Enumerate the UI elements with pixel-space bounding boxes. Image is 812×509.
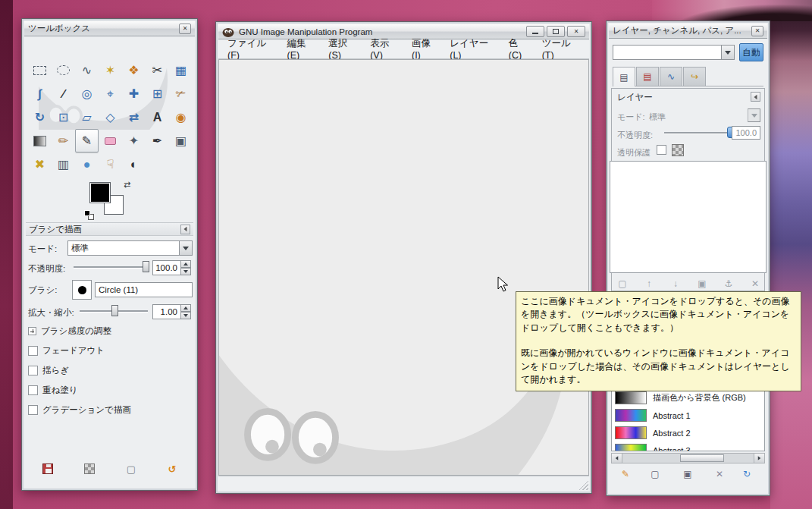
scale-spinner[interactable]: 1.00 <box>152 304 191 319</box>
opacity-spin-buttons[interactable] <box>181 260 191 275</box>
tab-paths[interactable]: ∿ <box>660 67 682 86</box>
measure-tool[interactable]: ⌖ <box>99 82 122 105</box>
scissors-select-tool[interactable]: ✂ <box>146 58 169 82</box>
empty-image-canvas[interactable] <box>218 59 589 476</box>
delete-gradient-button[interactable]: ✕ <box>713 467 726 481</box>
pencil-tool[interactable]: ✏ <box>52 129 75 152</box>
tab-channels[interactable]: ▤ <box>636 67 659 86</box>
layers-close-button[interactable]: ✕ <box>751 26 763 36</box>
layers-list[interactable] <box>610 161 767 273</box>
gradient-row-abstract-2[interactable]: Abstract 2 <box>612 424 764 441</box>
gradient-row-abstract-1[interactable]: Abstract 1 <box>612 407 764 424</box>
spin-down-button[interactable] <box>181 268 191 275</box>
edit-gradient-button[interactable]: ✎ <box>619 467 632 481</box>
gradients-hscrollbar[interactable] <box>611 453 765 463</box>
zoom-tool[interactable]: ◎ <box>75 82 99 105</box>
perspective-tool[interactable]: ◇ <box>99 105 122 129</box>
opacity-slider-handle[interactable] <box>143 261 149 272</box>
paintbrush-tool[interactable]: ✎ <box>75 129 99 152</box>
scroll-thumb[interactable] <box>680 454 724 462</box>
brush-sensitivity-expander[interactable]: ブラシ感度の調整 <box>28 325 111 337</box>
jitter-checkbox[interactable] <box>28 366 38 375</box>
perspective-clone-tool[interactable]: ▥ <box>52 152 75 176</box>
opacity-slider[interactable] <box>74 260 149 274</box>
toolbox-close-button[interactable]: ✕ <box>179 24 191 34</box>
dodge-burn-tool[interactable]: ◐ <box>122 152 146 176</box>
crop-tool[interactable]: ✃ <box>169 82 193 105</box>
tool-options-collapse-button[interactable] <box>180 225 190 234</box>
mode-combobox[interactable]: 標準 <box>67 240 193 256</box>
mode-dropdown-button[interactable] <box>180 240 193 256</box>
flip-tool[interactable]: ⇄ <box>122 105 146 129</box>
delete-tool-options-button[interactable]: ▢ <box>125 463 137 475</box>
save-tool-options-button[interactable] <box>42 463 54 475</box>
opacity-spinner[interactable]: 100.0 <box>152 260 191 275</box>
fade-out-checkbox[interactable] <box>28 346 38 356</box>
lock-alpha-checkbox[interactable] <box>657 145 666 155</box>
resize-grip[interactable] <box>578 480 588 490</box>
layer-mode-dropdown-button[interactable] <box>748 108 760 122</box>
clone-tool[interactable]: ▣ <box>169 129 193 152</box>
foreground-select-tool[interactable]: ▦ <box>169 58 193 82</box>
duplicate-layer-button[interactable]: ▣ <box>695 277 709 291</box>
brush-preview-button[interactable] <box>72 280 92 300</box>
tab-layers[interactable]: ▤ <box>613 67 635 86</box>
use-gradient-checkbox[interactable] <box>28 405 38 415</box>
scroll-right-button[interactable] <box>754 454 764 463</box>
lower-layer-button[interactable]: ↓ <box>669 277 682 291</box>
gradient-row-fg-to-bg[interactable]: 描画色から背景色 (RGB) <box>612 389 764 407</box>
scale-slider-handle[interactable] <box>111 305 118 316</box>
swap-colors-icon[interactable]: ⇄ <box>124 180 130 190</box>
use-gradient-option[interactable]: グラデーションで描画 <box>28 404 131 416</box>
layers-titlebar[interactable]: レイヤー, チャンネル, パス, ア... ✕ <box>609 24 767 39</box>
free-select-tool[interactable]: ∿ <box>75 58 99 82</box>
restore-tool-options-button[interactable] <box>83 463 96 475</box>
text-tool[interactable]: A <box>146 105 169 129</box>
rotate-tool[interactable]: ↻ <box>28 105 52 129</box>
delete-layer-button[interactable]: ✕ <box>748 277 762 291</box>
blur-sharpen-tool[interactable]: ● <box>75 152 99 176</box>
image-combobox[interactable] <box>613 45 735 60</box>
layers-menu-button[interactable] <box>751 92 760 102</box>
bucket-fill-tool[interactable]: ◉ <box>169 105 193 129</box>
shear-tool[interactable]: ▱ <box>75 105 99 129</box>
tab-document-history[interactable]: ↪ <box>683 67 706 86</box>
fuzzy-select-tool[interactable]: ✶ <box>99 58 122 82</box>
eraser-tool[interactable] <box>99 129 122 152</box>
ellipse-select-tool[interactable] <box>52 58 75 82</box>
image-dropdown-button[interactable] <box>722 45 735 60</box>
gradient-row-abstract-3[interactable]: Abstract 3 <box>612 441 764 451</box>
heal-tool[interactable]: ✖ <box>28 152 52 176</box>
incremental-option[interactable]: 重ね塗り <box>28 385 78 396</box>
layer-opacity-slider[interactable] <box>664 126 734 140</box>
select-by-color-tool[interactable]: ❖ <box>122 58 146 82</box>
jitter-option[interactable]: 揺らぎ <box>28 365 69 376</box>
incremental-checkbox[interactable] <box>28 385 38 395</box>
ink-tool[interactable]: ✒ <box>146 129 169 152</box>
scroll-track[interactable] <box>622 454 754 463</box>
smudge-tool[interactable]: ☟ <box>99 152 122 176</box>
scroll-left-button[interactable] <box>612 454 622 463</box>
align-tool[interactable]: ⊞ <box>146 82 169 105</box>
paths-tool[interactable]: ∫ <box>28 82 52 105</box>
new-gradient-button[interactable]: ▢ <box>648 467 662 481</box>
scale-spin-buttons[interactable] <box>181 304 191 319</box>
auto-follow-button[interactable]: 自動 <box>739 43 763 61</box>
default-colors-icon[interactable] <box>84 210 96 221</box>
scale-tool[interactable]: ⊡ <box>52 105 75 129</box>
toolbox-titlebar[interactable]: ツールボックス ✕ <box>24 21 195 36</box>
refresh-gradients-button[interactable]: ↻ <box>740 467 754 481</box>
reset-tool-options-button[interactable]: ↺ <box>166 463 178 475</box>
spin-up-button[interactable] <box>181 260 191 268</box>
blend-tool[interactable] <box>28 129 52 152</box>
duplicate-gradient-button[interactable]: ▣ <box>681 467 694 481</box>
color-picker-tool[interactable]: ∕ <box>52 82 75 105</box>
raise-layer-button[interactable]: ↑ <box>642 277 656 291</box>
anchor-layer-button[interactable]: ⚓ <box>722 277 735 291</box>
rect-select-tool[interactable] <box>28 58 52 82</box>
foreground-color-swatch[interactable] <box>90 183 110 203</box>
brush-name-field[interactable]: Circle (11) <box>95 282 193 297</box>
fade-out-option[interactable]: フェードアウト <box>28 345 105 357</box>
spin-down-button[interactable] <box>181 312 191 319</box>
scale-slider[interactable] <box>80 304 148 318</box>
